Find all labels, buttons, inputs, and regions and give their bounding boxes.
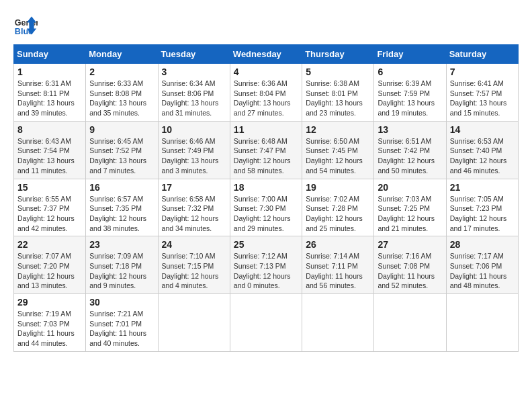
header-day-tuesday: Tuesday [158,45,230,64]
day-number: 17 [162,182,226,193]
day-number: 8 [17,124,82,135]
week-row: 22 Sunrise: 7:07 AMSunset: 7:20 PMDaylig… [14,236,519,294]
day-number: 6 [378,66,442,77]
day-info: Sunrise: 6:34 AMSunset: 8:06 PMDaylight:… [162,79,219,117]
day-number: 22 [17,239,82,250]
day-number: 9 [89,124,154,135]
calendar-cell: 19 Sunrise: 7:02 AMSunset: 7:28 PMDaylig… [302,179,374,236]
day-info: Sunrise: 6:50 AMSunset: 7:45 PMDaylight:… [306,137,363,175]
day-number: 19 [306,182,370,193]
day-number: 26 [306,239,370,250]
day-info: Sunrise: 6:39 AMSunset: 7:59 PMDaylight:… [378,79,435,117]
day-number: 11 [234,124,298,135]
day-info: Sunrise: 6:41 AMSunset: 7:57 PMDaylight:… [450,79,507,117]
day-number: 30 [89,297,154,308]
day-info: Sunrise: 6:45 AMSunset: 7:52 PMDaylight:… [89,137,146,175]
day-number: 27 [378,239,442,250]
day-number: 28 [450,239,515,250]
day-number: 21 [450,182,515,193]
calendar-cell: 26 Sunrise: 7:14 AMSunset: 7:11 PMDaylig… [302,236,374,294]
calendar-cell: 14 Sunrise: 6:53 AMSunset: 7:40 PMDaylig… [446,121,518,179]
header-day-thursday: Thursday [302,45,374,64]
day-number: 10 [162,124,226,135]
calendar-cell: 27 Sunrise: 7:16 AMSunset: 7:08 PMDaylig… [374,236,446,294]
day-number: 18 [234,182,298,193]
day-number: 16 [89,182,154,193]
day-info: Sunrise: 7:21 AMSunset: 7:01 PMDaylight:… [89,310,146,347]
day-number: 4 [234,66,298,77]
day-number: 7 [450,66,515,77]
day-info: Sunrise: 7:07 AMSunset: 7:20 PMDaylight:… [17,252,75,289]
calendar-cell: 9 Sunrise: 6:45 AMSunset: 7:52 PMDayligh… [86,121,158,179]
calendar-cell: 4 Sunrise: 6:36 AMSunset: 8:04 PMDayligh… [230,64,302,122]
page-header: General Blue [13,13,519,38]
calendar-cell: 21 Sunrise: 7:05 AMSunset: 7:23 PMDaylig… [446,179,518,236]
calendar-cell: 8 Sunrise: 6:43 AMSunset: 7:54 PMDayligh… [14,121,86,179]
calendar-cell: 3 Sunrise: 6:34 AMSunset: 8:06 PMDayligh… [158,64,230,122]
calendar-cell: 5 Sunrise: 6:38 AMSunset: 8:01 PMDayligh… [302,64,374,122]
day-number: 24 [162,239,226,250]
calendar-cell: 16 Sunrise: 6:57 AMSunset: 7:35 PMDaylig… [86,179,158,236]
calendar-cell: 18 Sunrise: 7:00 AMSunset: 7:30 PMDaylig… [230,179,302,236]
calendar-cell [374,294,446,352]
calendar-cell: 25 Sunrise: 7:12 AMSunset: 7:13 PMDaylig… [230,236,302,294]
day-info: Sunrise: 7:03 AMSunset: 7:25 PMDaylight:… [378,195,435,232]
week-row: 15 Sunrise: 6:55 AMSunset: 7:37 PMDaylig… [14,179,519,236]
day-info: Sunrise: 6:48 AMSunset: 7:47 PMDaylight:… [234,137,291,175]
day-info: Sunrise: 6:58 AMSunset: 7:32 PMDaylight:… [162,195,219,232]
day-info: Sunrise: 6:36 AMSunset: 8:04 PMDaylight:… [234,79,291,117]
day-number: 1 [17,66,82,77]
header-row: SundayMondayTuesdayWednesdayThursdayFrid… [14,45,519,64]
header-day-wednesday: Wednesday [230,45,302,64]
calendar-cell: 28 Sunrise: 7:17 AMSunset: 7:06 PMDaylig… [446,236,518,294]
calendar-cell [230,294,302,352]
day-number: 12 [306,124,370,135]
week-row: 1 Sunrise: 6:31 AMSunset: 8:11 PMDayligh… [14,64,519,122]
day-info: Sunrise: 6:46 AMSunset: 7:49 PMDaylight:… [162,137,219,175]
day-info: Sunrise: 7:10 AMSunset: 7:15 PMDaylight:… [162,252,219,289]
header-day-saturday: Saturday [446,45,518,64]
calendar-cell: 12 Sunrise: 6:50 AMSunset: 7:45 PMDaylig… [302,121,374,179]
day-number: 3 [162,66,226,77]
calendar-cell: 1 Sunrise: 6:31 AMSunset: 8:11 PMDayligh… [14,64,86,122]
calendar-cell: 6 Sunrise: 6:39 AMSunset: 7:59 PMDayligh… [374,64,446,122]
week-row: 8 Sunrise: 6:43 AMSunset: 7:54 PMDayligh… [14,121,519,179]
logo: General Blue [13,13,38,38]
calendar-cell: 17 Sunrise: 6:58 AMSunset: 7:32 PMDaylig… [158,179,230,236]
day-info: Sunrise: 7:00 AMSunset: 7:30 PMDaylight:… [234,195,291,232]
calendar-cell: 22 Sunrise: 7:07 AMSunset: 7:20 PMDaylig… [14,236,86,294]
day-info: Sunrise: 6:33 AMSunset: 8:08 PMDaylight:… [89,79,146,117]
calendar-cell: 7 Sunrise: 6:41 AMSunset: 7:57 PMDayligh… [446,64,518,122]
day-number: 14 [450,124,515,135]
day-info: Sunrise: 6:38 AMSunset: 8:01 PMDaylight:… [306,79,363,117]
calendar-cell [302,294,374,352]
week-row: 29 Sunrise: 7:19 AMSunset: 7:03 PMDaylig… [14,294,519,352]
calendar-cell: 13 Sunrise: 6:51 AMSunset: 7:42 PMDaylig… [374,121,446,179]
calendar-cell: 29 Sunrise: 7:19 AMSunset: 7:03 PMDaylig… [14,294,86,352]
day-number: 5 [306,66,370,77]
calendar-cell [446,294,518,352]
day-number: 13 [378,124,442,135]
day-number: 23 [89,239,154,250]
calendar-cell: 10 Sunrise: 6:46 AMSunset: 7:49 PMDaylig… [158,121,230,179]
calendar-table: SundayMondayTuesdayWednesdayThursdayFrid… [13,44,519,352]
day-info: Sunrise: 7:05 AMSunset: 7:23 PMDaylight:… [450,195,507,232]
day-info: Sunrise: 7:19 AMSunset: 7:03 PMDaylight:… [17,310,75,347]
day-number: 15 [17,182,82,193]
calendar-cell: 20 Sunrise: 7:03 AMSunset: 7:25 PMDaylig… [374,179,446,236]
day-info: Sunrise: 6:55 AMSunset: 7:37 PMDaylight:… [17,195,75,232]
day-info: Sunrise: 6:43 AMSunset: 7:54 PMDaylight:… [17,137,75,175]
day-info: Sunrise: 7:09 AMSunset: 7:18 PMDaylight:… [89,252,146,289]
day-info: Sunrise: 7:02 AMSunset: 7:28 PMDaylight:… [306,195,363,232]
calendar-cell: 23 Sunrise: 7:09 AMSunset: 7:18 PMDaylig… [86,236,158,294]
calendar-cell: 15 Sunrise: 6:55 AMSunset: 7:37 PMDaylig… [14,179,86,236]
header-day-friday: Friday [374,45,446,64]
day-number: 20 [378,182,442,193]
day-info: Sunrise: 6:31 AMSunset: 8:11 PMDaylight:… [17,79,75,117]
logo-icon: General Blue [13,13,38,38]
calendar-cell [158,294,230,352]
day-info: Sunrise: 7:16 AMSunset: 7:08 PMDaylight:… [378,252,435,289]
day-info: Sunrise: 6:57 AMSunset: 7:35 PMDaylight:… [89,195,146,232]
day-info: Sunrise: 7:14 AMSunset: 7:11 PMDaylight:… [306,252,363,289]
day-number: 2 [89,66,154,77]
